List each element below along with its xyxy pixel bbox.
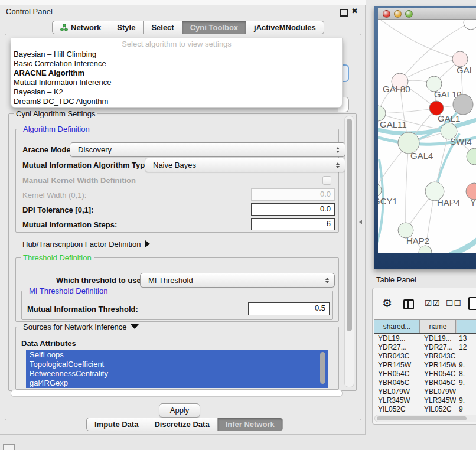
algorithm-option-bayesian-hill-climbing[interactable]: Bayesian – Hill Climbing — [11, 50, 342, 59]
panel-splitter-arrow-icon[interactable] — [359, 220, 362, 224]
float-window-icon[interactable] — [340, 9, 348, 17]
manual-kernel-checkbox[interactable] — [322, 176, 331, 185]
sources-group-title[interactable]: Sources for Network Inference — [21, 322, 141, 331]
tab-label: Cyni Toolbox — [190, 23, 238, 32]
table-row[interactable]: YDR27...YDR27...12 — [374, 343, 476, 352]
table-cell — [456, 352, 476, 361]
table-row[interactable]: YBL079WYBL079W — [374, 387, 476, 396]
deselect-all-checkboxes-icon[interactable]: ☐☐ — [446, 298, 462, 308]
algorithm-option-basic-correlation-inference[interactable]: Basic Correlation Inference — [11, 59, 342, 69]
tab-infer-network[interactable]: Infer Network — [218, 418, 283, 431]
threshold-definition-title: Threshold Definition — [21, 253, 94, 262]
select-all-checkboxes-icon[interactable]: ☑☑ — [425, 298, 441, 308]
tab-network[interactable]: Network — [52, 21, 109, 34]
table-cell: YBR045C — [420, 379, 456, 387]
tab-label: Style — [117, 23, 135, 32]
kernel-width-field[interactable]: 0.0 — [251, 188, 335, 201]
network-graph: GALGAL80GAL10GAL1GAL11SWI4GAL4GCY1HAP4YH… — [378, 20, 476, 253]
table-cell: 9 — [456, 405, 476, 413]
network-window-titlebar[interactable] — [378, 8, 476, 20]
column-header-shared-[interactable]: shared... — [374, 320, 420, 333]
hub-definition-toggle[interactable]: Hub/Transcription Factor Definition — [22, 240, 150, 249]
column-header-a[interactable]: A — [456, 320, 476, 333]
network-edge[interactable] — [378, 108, 436, 113]
table-row[interactable]: YBR043CYBR043C — [374, 352, 476, 361]
tab-select[interactable]: Select — [144, 21, 182, 34]
control-panel-tabs: NetworkStyleSelectCyni ToolboxjActiveMNo… — [52, 21, 324, 34]
close-traffic-light[interactable] — [383, 10, 390, 18]
column-header-name[interactable]: name — [420, 320, 456, 333]
settings-scrollbar-thumb[interactable] — [347, 119, 352, 331]
network-canvas[interactable]: GALGAL80GAL10GAL1GAL11SWI4GAL4GCY1HAP4YH… — [378, 20, 476, 253]
tab-cyni-toolbox[interactable]: Cyni Toolbox — [182, 21, 246, 34]
mi-type-combo[interactable]: Naive Bayes — [145, 158, 345, 172]
table-row[interactable]: YER054CYER054C8. — [374, 370, 476, 379]
table-cell: 13 — [456, 334, 476, 343]
table-cell: YLR345W — [420, 396, 456, 405]
combo-arrows-icon — [325, 278, 329, 283]
table-row[interactable]: YDL19...YDL19...13 — [374, 334, 476, 343]
tab-jactivemnodules[interactable]: jActiveMNodules — [246, 21, 324, 34]
table-cell: 9. — [456, 361, 476, 370]
manual-kernel-label: Manual Kernel Width Definition — [22, 176, 136, 185]
algorithm-option-dream8-dc-tdc-algorithm[interactable]: Dream8 DC_TDC Algorithm — [11, 97, 342, 106]
table-header-row: shared...nameA — [374, 319, 476, 334]
table-row[interactable]: YLR345WYLR345W9. — [374, 396, 476, 405]
collapsed-panel-icon[interactable] — [3, 444, 15, 450]
apply-button[interactable]: Apply — [159, 403, 200, 418]
network-edge[interactable] — [406, 143, 409, 230]
which-threshold-combo[interactable]: MI Threshold — [140, 273, 335, 288]
network-edge[interactable] — [381, 20, 460, 59]
attribute-item-betweennesscentrality[interactable]: BetweennessCentrality — [26, 369, 328, 379]
algorithm-option-aracne-algorithm[interactable]: ARACNE Algorithm — [11, 69, 342, 78]
attribute-item-selfloops[interactable]: SelfLoops — [26, 350, 328, 360]
algorithm-option-bayesian-k2[interactable]: Bayesian – K2 — [11, 87, 342, 97]
minimize-traffic-light[interactable] — [394, 10, 402, 18]
table-cell: 9. — [456, 396, 476, 405]
top-strip — [0, 0, 366, 5]
network-node[interactable] — [453, 94, 473, 115]
mi-threshold-label: Mutual Information Threshold: — [27, 305, 138, 314]
table-horizontal-scrollbar[interactable] — [374, 415, 476, 422]
gear-icon[interactable]: ⚙ — [382, 296, 392, 309]
network-node-gcy1[interactable] — [378, 184, 382, 197]
mi-type-value: Naive Bayes — [153, 161, 196, 169]
aracne-mode-combo[interactable]: Discovery — [70, 142, 345, 157]
settings-horizontal-scrollbar[interactable] — [11, 390, 343, 397]
expanded-arrow-icon — [131, 324, 139, 329]
network-node[interactable] — [467, 148, 476, 165]
table-cell: YIL052C — [420, 405, 456, 413]
which-threshold-label: Which threshold to use: — [56, 276, 144, 285]
columns-icon[interactable] — [403, 299, 414, 309]
table-body: YDL19...YDL19...13YDR27...YDR27...12YBR0… — [374, 334, 476, 413]
table-panel: ⚙ ☑☑ ☐☐ shared...nameA YDL19...YDL19...1… — [372, 288, 476, 425]
close-icon[interactable]: ✖ — [351, 6, 358, 15]
node-label-hap2: HAP2 — [406, 236, 429, 246]
algorithm-option-mutual-information-inference[interactable]: Mutual Information Inference — [11, 78, 342, 87]
mi-threshold-field[interactable]: 0.5 — [248, 302, 330, 315]
mi-steps-field[interactable]: 6 — [251, 218, 335, 230]
table-row[interactable]: YPR145WYPR145W9. — [374, 361, 476, 370]
tab-style[interactable]: Style — [109, 21, 144, 34]
table-row[interactable]: YIL052CYIL052C9 — [374, 405, 476, 413]
mi-threshold-group-title: MI Threshold Definition — [27, 286, 110, 295]
export-table-icon[interactable] — [468, 297, 476, 310]
tab-label: Discretize Data — [154, 420, 209, 429]
attribute-item-topologicalcoefficient[interactable]: TopologicalCoefficient — [26, 360, 328, 369]
table-cell: YPR145W — [374, 361, 420, 370]
settings-vertical-scrollbar[interactable] — [344, 116, 354, 387]
attribute-item-gal4rgexp[interactable]: gal4RGexp — [26, 379, 328, 388]
network-node[interactable] — [464, 20, 476, 30]
tab-label: Infer Network — [226, 420, 275, 429]
tab-discretize-data[interactable]: Discretize Data — [146, 418, 217, 431]
aracne-mode-value: Discovery — [78, 145, 112, 154]
tab-impute-data[interactable]: Impute Data — [86, 418, 146, 431]
table-hscroll-thumb[interactable] — [377, 416, 467, 420]
zoom-traffic-light[interactable] — [405, 10, 413, 18]
network-edge[interactable] — [450, 236, 476, 253]
attribute-list-scrollbar-thumb[interactable] — [320, 352, 325, 384]
node-label-swi4: SWI4 — [450, 136, 472, 146]
network-window: GALGAL80GAL10GAL1GAL11SWI4GAL4GCY1HAP4YH… — [374, 6, 476, 269]
dpi-tolerance-field[interactable]: 0.0 — [251, 203, 335, 216]
table-row[interactable]: YBR045CYBR045C9. — [374, 379, 476, 387]
